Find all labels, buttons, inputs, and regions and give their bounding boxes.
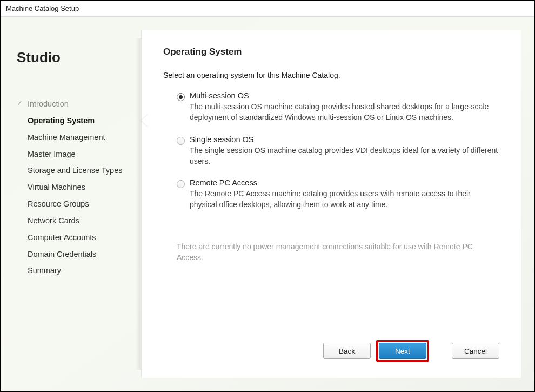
next-button-highlight: Next: [376, 340, 429, 362]
radio-remote-pc-access[interactable]: [177, 180, 185, 188]
step-storage-license-types: Storage and License Types: [17, 162, 141, 179]
step-virtual-machines: Virtual Machines: [17, 179, 141, 196]
window-title: Machine Catalog Setup: [6, 4, 79, 12]
step-machine-management: Machine Management: [17, 129, 141, 146]
step-operating-system[interactable]: Operating System: [17, 112, 141, 129]
option-multi-session-os[interactable]: Multi-session OS The multi-session OS ma…: [177, 91, 499, 123]
option-label: Multi-session OS: [190, 91, 499, 100]
wizard-buttons: Back Next Cancel: [163, 329, 499, 362]
brand-title: Studio: [17, 49, 141, 66]
os-options: Multi-session OS The multi-session OS ma…: [163, 91, 499, 222]
main-panel: Operating System Select an operating sys…: [141, 30, 521, 378]
cancel-button[interactable]: Cancel: [452, 343, 499, 359]
option-description: The Remote PC Access machine catalog pro…: [190, 188, 499, 210]
step-resource-groups: Resource Groups: [17, 196, 141, 212]
content-area: Studio Introduction Operating System Mac…: [1, 17, 534, 391]
wizard-window: Machine Catalog Setup Studio Introductio…: [0, 0, 535, 392]
info-note: There are currently no power management …: [163, 241, 499, 263]
next-button[interactable]: Next: [379, 343, 426, 359]
step-summary: Summary: [17, 262, 141, 279]
instruction-text: Select an operating system for this Mach…: [163, 71, 499, 79]
option-label: Remote PC Access: [190, 178, 499, 187]
option-description: The multi-session OS machine catalog pro…: [190, 101, 499, 123]
page-title: Operating System: [163, 46, 499, 57]
step-introduction[interactable]: Introduction: [17, 96, 141, 112]
option-description: The single session OS machine catalog pr…: [190, 145, 499, 167]
radio-multi-session-os[interactable]: [177, 93, 185, 101]
option-remote-pc-access[interactable]: Remote PC Access The Remote PC Access ma…: [177, 178, 499, 210]
option-single-session-os[interactable]: Single session OS The single session OS …: [177, 135, 499, 167]
wizard-steps: Introduction Operating System Machine Ma…: [17, 96, 141, 279]
step-network-cards: Network Cards: [17, 212, 141, 229]
step-master-image: Master Image: [17, 146, 141, 163]
wizard-sidebar: Studio Introduction Operating System Mac…: [1, 17, 141, 391]
step-computer-accounts: Computer Accounts: [17, 229, 141, 246]
back-button[interactable]: Back: [323, 343, 371, 359]
step-domain-credentials: Domain Credentials: [17, 246, 141, 263]
option-label: Single session OS: [190, 135, 499, 144]
window-titlebar: Machine Catalog Setup: [1, 1, 534, 17]
radio-single-session-os[interactable]: [177, 137, 185, 145]
